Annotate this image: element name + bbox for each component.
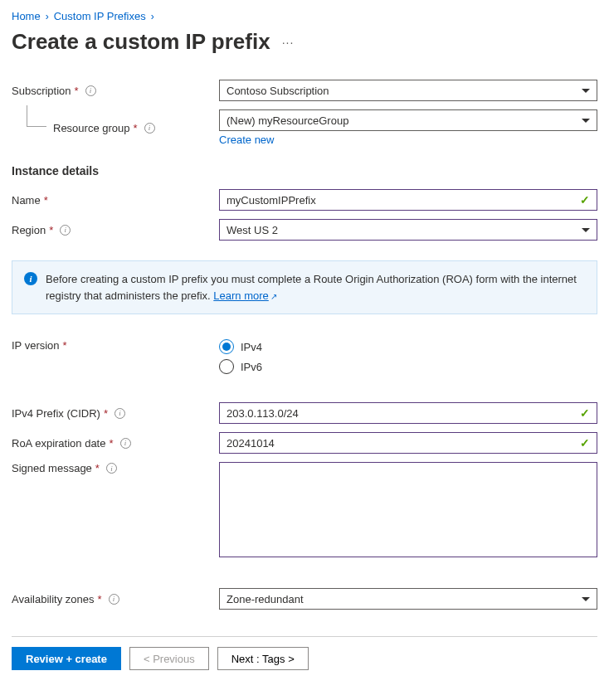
page-title-row: Create a custom IP prefix ··· <box>12 29 597 55</box>
ipv4-radio[interactable]: IPv4 <box>219 339 597 354</box>
external-link-icon: ↗ <box>270 292 277 301</box>
more-icon[interactable]: ··· <box>282 36 295 49</box>
radio-unselected-icon <box>219 359 234 374</box>
learn-more-link[interactable]: Learn more <box>213 289 268 302</box>
check-icon: ✓ <box>580 406 590 420</box>
check-icon: ✓ <box>580 436 590 450</box>
radio-selected-icon <box>219 339 234 354</box>
info-icon[interactable]: i <box>120 438 131 449</box>
name-label: Name * <box>12 194 219 207</box>
ip-version-label: IP version * <box>12 339 219 352</box>
info-icon[interactable]: i <box>106 463 117 474</box>
resource-group-select[interactable]: (New) myResourceGroup <box>219 109 597 131</box>
subscription-label: Subscription * i <box>12 85 219 97</box>
chevron-right-icon: › <box>151 11 154 22</box>
info-icon: i <box>24 272 37 285</box>
resource-group-row: Resource group * i (New) myResourceGroup… <box>12 109 597 146</box>
ipv4-prefix-row: IPv4 Prefix (CIDR) * i 203.0.113.0/24 ✓ <box>12 402 597 424</box>
button-row: Review + create < Previous Next : Tags > <box>12 647 597 670</box>
subscription-select[interactable]: Contoso Subscription <box>219 80 597 101</box>
availability-zones-select[interactable]: Zone-redundant <box>219 588 597 610</box>
ip-version-row: IP version * IPv4 IPv6 <box>12 339 597 374</box>
region-select[interactable]: West US 2 <box>219 219 597 241</box>
footer-divider <box>12 636 597 637</box>
info-icon[interactable]: i <box>85 85 96 96</box>
roa-expiration-row: RoA expiration date * i 20241014 ✓ <box>12 432 597 454</box>
info-icon[interactable]: i <box>60 225 71 236</box>
availability-zones-row: Availability zones * i Zone-redundant <box>12 588 597 610</box>
roa-expiration-label: RoA expiration date * i <box>12 437 219 450</box>
chevron-down-icon <box>582 228 590 232</box>
previous-button[interactable]: < Previous <box>129 647 209 670</box>
info-icon[interactable]: i <box>109 594 119 605</box>
ip-version-radio-group: IPv4 IPv6 <box>219 339 597 374</box>
region-label: Region * i <box>12 224 219 236</box>
instance-details-heading: Instance details <box>12 164 597 177</box>
region-row: Region * i West US 2 <box>12 219 597 241</box>
breadcrumb-parent[interactable]: Custom IP Prefixes <box>54 10 146 22</box>
signed-message-row: Signed message * i <box>12 462 597 560</box>
chevron-down-icon <box>582 89 590 93</box>
check-icon: ✓ <box>580 193 590 207</box>
page-title: Create a custom IP prefix <box>12 29 270 55</box>
chevron-right-icon: › <box>46 11 49 22</box>
review-create-button[interactable]: Review + create <box>12 647 121 670</box>
info-icon[interactable]: i <box>114 408 125 419</box>
name-input[interactable]: myCustomIPPrefix ✓ <box>219 189 597 211</box>
subscription-row: Subscription * i Contoso Subscription <box>12 80 597 101</box>
signed-message-label: Signed message * i <box>12 462 219 474</box>
breadcrumb: Home › Custom IP Prefixes › <box>12 10 597 22</box>
chevron-down-icon <box>582 119 590 123</box>
ipv4-prefix-label: IPv4 Prefix (CIDR) * i <box>12 407 219 420</box>
name-row: Name * myCustomIPPrefix ✓ <box>12 189 597 211</box>
availability-zones-label: Availability zones * i <box>12 593 219 605</box>
signed-message-textarea[interactable] <box>219 462 597 557</box>
resource-group-label: Resource group * i <box>12 122 219 134</box>
ipv6-radio[interactable]: IPv6 <box>219 359 597 374</box>
next-button[interactable]: Next : Tags > <box>217 647 309 670</box>
ipv4-prefix-input[interactable]: 203.0.113.0/24 ✓ <box>219 402 597 424</box>
create-new-link[interactable]: Create new <box>219 134 274 146</box>
info-banner: i Before creating a custom IP prefix you… <box>12 260 597 314</box>
chevron-down-icon <box>582 597 590 601</box>
roa-expiration-input[interactable]: 20241014 ✓ <box>219 432 597 454</box>
info-icon[interactable]: i <box>144 123 155 134</box>
breadcrumb-home[interactable]: Home <box>12 10 41 22</box>
